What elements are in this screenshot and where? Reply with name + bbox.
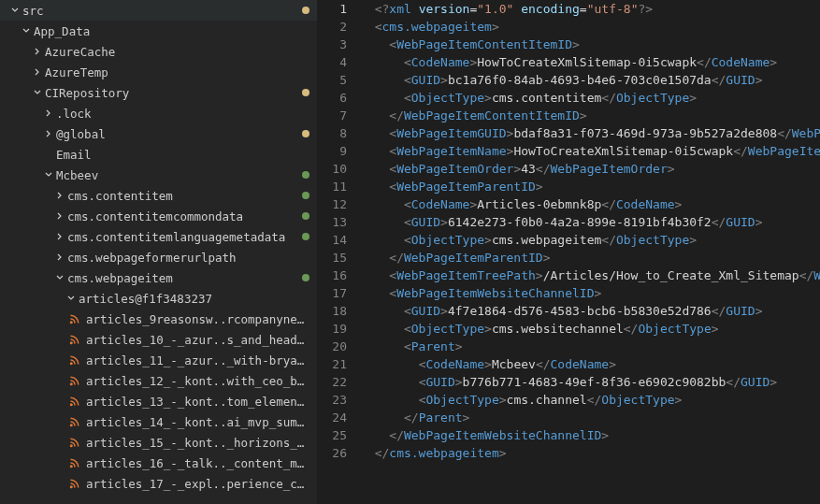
code-line[interactable]: <CodeName>Articles-0ebmnk8p</CodeName> — [360, 195, 820, 213]
tree-root[interactable]: src — [0, 0, 317, 21]
code-line[interactable]: </cms.webpageitem> — [360, 444, 820, 462]
tree-file[interactable]: articles_12_-_kont..with_ceo_bart_omlo@a… — [0, 370, 317, 391]
file-explorer-sidebar[interactable]: src App_DataAzureCacheAzureTempCIReposit… — [0, 0, 318, 504]
xml-file-icon — [67, 375, 82, 386]
tree-item-label: cms.contentitemlanguagemetadata — [67, 230, 302, 244]
tree-folder[interactable]: cms.webpageformerurlpath — [0, 247, 317, 267]
code-line[interactable]: <cms.webpageitem> — [360, 18, 820, 36]
code-line[interactable]: <WebPageItemGUID>bdaf8a31-f073-469d-973a… — [360, 124, 820, 142]
code-content[interactable]: <?xml version="1.0" encoding="utf-8"?> <… — [360, 0, 820, 504]
chevron-down-icon — [64, 293, 79, 304]
code-line[interactable]: <ObjectType>cms.webpageitem</ObjectType> — [360, 231, 820, 249]
chevron-down-icon — [52, 272, 67, 283]
xml-file-icon — [67, 478, 82, 489]
tree-file[interactable]: articles_15_-_kont.._horizons_22_recap@1… — [0, 432, 317, 453]
tree-folder[interactable]: cms.contentitem — [0, 185, 317, 206]
code-line[interactable]: <?xml version="1.0" encoding="utf-8"?> — [360, 0, 820, 18]
tree-folder[interactable]: Email — [0, 144, 317, 165]
xml-file-icon — [67, 437, 82, 448]
line-number: 22 — [318, 373, 347, 391]
code-line[interactable]: <ObjectType>cms.contentitem</ObjectType> — [360, 89, 820, 107]
tree-folder[interactable]: AzureCache — [0, 41, 317, 62]
tree-folder[interactable]: articles@f1f3483237 — [0, 288, 317, 309]
chevron-right-icon — [30, 46, 45, 57]
code-line[interactable]: <WebPageItemParentID> — [360, 178, 820, 195]
tree-root-label: src — [22, 4, 302, 18]
line-number: 1 — [318, 0, 347, 18]
code-line[interactable]: <ObjectType>cms.channel</ObjectType> — [360, 391, 820, 409]
code-line[interactable]: <ObjectType>cms.websitechannel</ObjectTy… — [360, 320, 820, 338]
chevron-down-icon — [41, 169, 56, 180]
tree-folder[interactable]: CIRepository — [0, 82, 317, 103]
code-line[interactable]: <Parent> — [360, 338, 820, 355]
tree-folder[interactable]: cms.contentitemlanguagemetadata — [0, 226, 317, 247]
chevron-right-icon — [30, 66, 45, 78]
modified-dot-icon — [302, 89, 309, 96]
line-number: 8 — [318, 124, 347, 142]
svg-point-6 — [70, 444, 73, 447]
code-line[interactable]: <CodeName>Mcbeev</CodeName> — [360, 355, 820, 373]
tree-file-label: articles_17_-_expl..perience_community@c… — [86, 477, 309, 491]
code-line[interactable]: <WebPageItemContentItemID> — [360, 36, 820, 53]
code-line[interactable]: </Parent> — [360, 409, 820, 426]
tree-file[interactable]: articles_14_-_kont..ai_mvp_summit_2022@c… — [0, 411, 317, 432]
tree-folder[interactable]: cms.webpageitem — [0, 267, 317, 288]
added-dot-icon — [302, 233, 309, 240]
tree-file-label: articles_16_-_talk.._content_migration@0… — [86, 456, 309, 470]
xml-file-icon — [67, 354, 82, 366]
added-dot-icon — [302, 274, 309, 281]
code-line[interactable]: <WebPageItemTreePath>/Articles/How_to_Cr… — [360, 266, 820, 284]
code-line[interactable]: <WebPageItemOrder>43</WebPageItemOrder> — [360, 160, 820, 178]
tree-item-label: cms.webpageitem — [67, 271, 302, 285]
tree-folder[interactable]: .lock — [0, 103, 317, 123]
tree-item-label: Email — [56, 148, 309, 162]
code-line[interactable]: <GUID>4f7e1864-d576-4583-bcb6-b5830e52d7… — [360, 302, 820, 320]
line-number: 4 — [318, 53, 347, 71]
code-line[interactable]: <GUID>bc1a76f0-84ab-4693-b4e6-703c0e1507… — [360, 71, 820, 89]
tree-file[interactable]: articles_11_-_azur.._with-bryan-soltis@8… — [0, 350, 317, 370]
added-dot-icon — [302, 171, 309, 179]
tree-file[interactable]: articles_10_-_azur..s_and_headless_cms@7… — [0, 329, 317, 350]
tree-file[interactable]: articles_13_-_kont..tom_element_tester@9… — [0, 391, 317, 411]
tree-file-label: articles_11_-_azur.._with-bryan-soltis@8… — [86, 353, 309, 367]
tree-item-label: Mcbeev — [56, 168, 302, 182]
chevron-right-icon — [41, 108, 56, 119]
tree-file-label: articles_10_-_azur..s_and_headless_cms@7… — [86, 333, 309, 347]
chevron-down-icon — [19, 25, 34, 36]
chevron-right-icon — [52, 190, 67, 201]
line-number: 21 — [318, 355, 347, 373]
code-line[interactable]: <GUID>b776b771-4683-49ef-8f36-e6902c9082… — [360, 373, 820, 391]
code-line[interactable]: <CodeName>HowToCreateXmlSitemap-0i5cwapk… — [360, 53, 820, 71]
svg-point-1 — [70, 341, 73, 344]
line-number: 17 — [318, 284, 347, 302]
tree-item-label: cms.contentitem — [67, 189, 302, 203]
tree-file[interactable]: articles_9reasonsw..rcompanyneedsawiki@c… — [0, 309, 317, 329]
tree-folder[interactable]: AzureTemp — [0, 62, 317, 82]
tree-folder[interactable]: cms.contentitemcommondata — [0, 206, 317, 226]
tree-folder[interactable]: @global — [0, 123, 317, 144]
code-line[interactable]: </WebPageItemContentItemID> — [360, 107, 820, 124]
code-line[interactable]: </WebPageItemWebsiteChannelID> — [360, 426, 820, 444]
tree-file-label: articles_9reasonsw..rcompanyneedsawiki@c… — [86, 312, 309, 326]
xml-file-icon — [67, 313, 82, 324]
line-number: 9 — [318, 142, 347, 160]
code-editor[interactable]: 1234567891011121314151617181920212223242… — [318, 0, 820, 504]
tree-folder[interactable]: Mcbeev — [0, 165, 317, 185]
code-line[interactable]: </WebPageItemParentID> — [360, 249, 820, 266]
code-line[interactable]: <WebPageItemWebsiteChannelID> — [360, 284, 820, 302]
code-line[interactable]: <GUID>6142e273-f0b0-4a2a-899e-8191bf4b30… — [360, 213, 820, 231]
line-number: 6 — [318, 89, 347, 107]
tree-file[interactable]: articles_17_-_expl..perience_community@c… — [0, 473, 317, 494]
tree-item-label: CIRepository — [45, 86, 302, 100]
chevron-right-icon — [52, 252, 67, 263]
line-number: 3 — [318, 36, 347, 53]
tree-item-label: cms.webpageformerurlpath — [67, 251, 309, 265]
line-number: 26 — [318, 444, 347, 462]
line-number: 19 — [318, 320, 347, 338]
code-line[interactable]: <WebPageItemName>HowToCreateXmlSitemap-0… — [360, 142, 820, 160]
tree-file[interactable]: articles_16_-_talk.._content_migration@0… — [0, 453, 317, 473]
modified-dot-icon — [302, 7, 309, 14]
tree-folder[interactable]: App_Data — [0, 21, 317, 41]
line-number: 10 — [318, 160, 347, 178]
svg-point-7 — [70, 465, 73, 468]
